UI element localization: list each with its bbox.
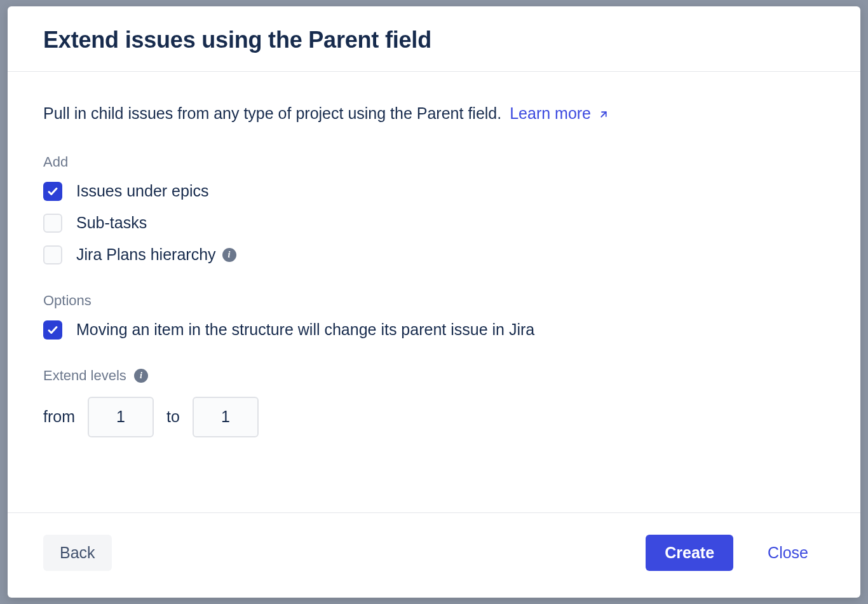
extend-levels-row: from to <box>43 397 825 437</box>
create-button[interactable]: Create <box>646 535 733 571</box>
external-link-icon <box>598 104 609 126</box>
checkbox-label: Moving an item in the structure will cha… <box>76 320 534 339</box>
footer-right: Create Close <box>646 535 825 571</box>
checkbox-jira-plans[interactable] <box>43 245 62 264</box>
checkbox-row-issues-under-epics: Issues under epics <box>43 182 825 201</box>
dialog-extend-issues: Extend issues using the Parent field Pul… <box>8 6 860 598</box>
extend-levels-label: Extend levels i <box>43 367 825 384</box>
dialog-title: Extend issues using the Parent field <box>43 27 825 53</box>
add-section-label: Add <box>43 154 825 170</box>
back-button[interactable]: Back <box>43 535 112 571</box>
dialog-body: Pull in child issues from any type of pr… <box>8 72 860 512</box>
checkbox-label: Issues under epics <box>76 182 208 200</box>
dialog-header: Extend issues using the Parent field <box>8 6 860 72</box>
learn-more-label: Learn more <box>510 104 591 122</box>
description: Pull in child issues from any type of pr… <box>43 102 825 126</box>
checkbox-issues-under-epics[interactable] <box>43 182 62 201</box>
from-input[interactable] <box>88 397 154 437</box>
checkbox-label: Jira Plans hierarchy i <box>76 245 236 264</box>
learn-more-link[interactable]: Learn more <box>510 104 609 122</box>
to-input[interactable] <box>193 397 259 437</box>
from-label: from <box>43 408 75 426</box>
extend-levels-label-text: Extend levels <box>43 367 126 384</box>
checkbox-sub-tasks[interactable] <box>43 214 62 233</box>
checkbox-label-text: Jira Plans hierarchy <box>76 245 216 264</box>
svg-line-0 <box>601 112 606 117</box>
checkbox-label: Sub-tasks <box>76 214 147 232</box>
dialog-footer: Back Create Close <box>8 512 860 598</box>
info-icon[interactable]: i <box>134 369 148 383</box>
to-label: to <box>166 408 180 426</box>
checkbox-row-jira-plans: Jira Plans hierarchy i <box>43 245 825 264</box>
description-text: Pull in child issues from any type of pr… <box>43 104 501 122</box>
check-icon <box>47 186 58 197</box>
checkbox-row-move-changes-parent: Moving an item in the structure will cha… <box>43 320 825 340</box>
info-icon[interactable]: i <box>222 248 236 262</box>
close-button[interactable]: Close <box>751 535 825 571</box>
options-section-label: Options <box>43 292 825 309</box>
check-icon <box>47 324 58 336</box>
checkbox-move-changes-parent[interactable] <box>43 320 62 340</box>
checkbox-row-sub-tasks: Sub-tasks <box>43 214 825 233</box>
